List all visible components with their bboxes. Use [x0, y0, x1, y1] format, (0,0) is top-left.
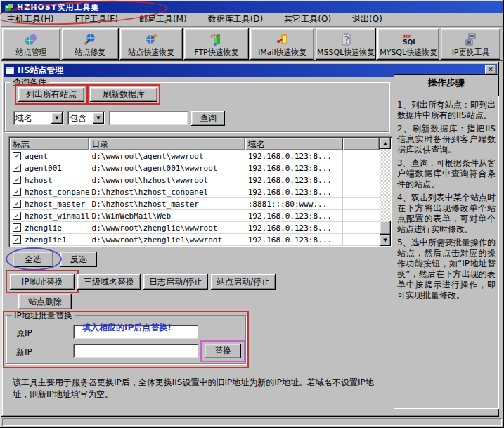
- site-domain-cell: 192.168.0.123:8...: [245, 150, 343, 162]
- site-dir-cell: d:\wwwroot\hzhost\wwwroot: [89, 174, 245, 186]
- svg-text:SQL: SQL: [403, 39, 415, 46]
- toolbar-button-ftp-restore[interactable]: FTP FTP快速恢复: [184, 28, 250, 60]
- dialog-title: IIS站点管理: [18, 65, 64, 77]
- site-extra-cell: [343, 150, 380, 162]
- toolbar-button-imail-restore[interactable]: IMail快速恢复: [250, 28, 314, 60]
- site-flag-cell: ✓hzhost: [10, 174, 89, 186]
- menu-bar: 主机工具(H) FTP工具(F) 邮局工具(M) 数据库工具(D) 其它工具(O…: [1, 13, 503, 27]
- site-domain-cell: 192.168.0.123:8...: [245, 234, 343, 246]
- site-toggle-button[interactable]: 站点启动/停止: [211, 274, 276, 290]
- refresh-db-button[interactable]: 刷新数据库: [90, 87, 157, 102]
- table-row[interactable]: ✓hzhost_master D:\hzhost\hzhost_master :…: [10, 198, 380, 210]
- field-select[interactable]: 域名 ▼: [13, 111, 64, 125]
- row-checkbox[interactable]: ✓: [13, 188, 21, 196]
- site-flag-cell: ✓hzhost_master: [10, 198, 89, 210]
- imail-restore-icon: [275, 32, 290, 47]
- toolbar-button-site-repair[interactable]: 站点修复: [62, 28, 119, 60]
- site-name: zhenglie: [25, 223, 62, 233]
- toolbar-button-label: 站点管理: [15, 47, 46, 58]
- site-name: agent001: [25, 164, 62, 173]
- ip-replace-group-label: IP地址批量替换: [12, 310, 75, 322]
- header-domain[interactable]: 域名: [245, 138, 343, 150]
- site-extra-cell: [343, 210, 380, 222]
- table-scrollbar[interactable]: ▲ ▼: [380, 138, 391, 246]
- log-toggle-button[interactable]: 日志启动/停止: [143, 274, 208, 290]
- scroll-down-icon[interactable]: ▼: [380, 235, 391, 246]
- toolbar-button-site-manage[interactable]: 站点管理: [2, 28, 60, 60]
- site-delete-button[interactable]: 站点删除: [18, 294, 72, 309]
- site-flag-cell: ✓agent: [10, 150, 89, 162]
- menu-ftp-tools[interactable]: FTP工具(F): [69, 12, 124, 27]
- toolbar-button-mysql-restore[interactable]: MYSQL MYSQL快速恢复: [377, 28, 439, 60]
- site-dir-cell: d:\wwwroot\agent\wwwroot: [89, 150, 245, 162]
- table-row[interactable]: ✓hzhost_conpanel D:\hzhost\hzhost_conpan…: [10, 186, 380, 198]
- ftp-restore-icon: FTP: [209, 32, 224, 47]
- toolbar-button-site-restore[interactable]: 站点快速恢复: [120, 28, 183, 60]
- table-header-row: 标志 目录 域名: [10, 138, 380, 150]
- toolbar-button-label: FTP快速恢复: [194, 47, 239, 58]
- row-checkbox[interactable]: ✓: [13, 176, 21, 184]
- table-row[interactable]: ✓hzhost d:\wwwroot\hzhost\wwwroot 192.16…: [10, 174, 380, 186]
- replace-button[interactable]: 替换: [205, 344, 241, 358]
- header-extra[interactable]: [343, 138, 380, 150]
- header-dir[interactable]: 目录: [89, 138, 245, 150]
- scrollbar-thumb[interactable]: [380, 221, 391, 235]
- select-all-button[interactable]: 全选: [13, 252, 53, 267]
- chevron-down-icon[interactable]: ▼: [51, 112, 63, 124]
- check-icon: ✓: [15, 236, 20, 243]
- ip-replace-button[interactable]: IP地址替换: [10, 274, 75, 290]
- list-all-sites-button[interactable]: 列出所有站点: [18, 87, 84, 102]
- site-extra-cell: [343, 186, 380, 198]
- site-domain-cell: 192.168.0.123:8...: [245, 174, 343, 186]
- toolbar: 站点管理 站点修复 站点快速恢复 FTP FTP快速恢复 IMail快速恢复: [1, 27, 503, 61]
- row-checkbox[interactable]: ✓: [13, 200, 21, 208]
- site-name: hzhost_conpanel: [25, 188, 89, 197]
- new-ip-input[interactable]: [73, 344, 198, 358]
- table-row[interactable]: ✓agent d:\wwwroot\agent\wwwroot 192.168.…: [10, 150, 380, 162]
- close-icon[interactable]: ✕: [485, 65, 496, 74]
- menu-other-tools[interactable]: 其它工具(O): [278, 12, 337, 27]
- row-checkbox[interactable]: ✓: [13, 223, 21, 232]
- site-dir-cell: d:\wwwroot\zhenglie\wwwroot: [89, 222, 245, 234]
- table-row[interactable]: ✓hzhost_winmail D:\WinWebMail\Web 192.16…: [10, 210, 380, 222]
- site-flag-cell: ✓zhenglie: [10, 222, 89, 234]
- sites-table-body: 标志 目录 域名 ✓agent d:\wwwroot\agent\wwwroot…: [10, 138, 380, 246]
- row-checkbox[interactable]: ✓: [13, 212, 21, 220]
- row-checkbox[interactable]: ✓: [13, 152, 21, 160]
- ip-change-icon: [463, 32, 479, 47]
- site-extra-cell: [343, 198, 380, 210]
- chevron-down-icon[interactable]: ▼: [93, 112, 104, 124]
- table-row[interactable]: ✓agent001 d:\wwwroot\agent001\wwwroot 19…: [10, 162, 380, 174]
- toolbar-button-label: MSSQL快速恢复: [317, 47, 375, 58]
- scroll-up-icon[interactable]: ▲: [380, 138, 391, 149]
- row-checkbox[interactable]: ✓: [13, 164, 21, 172]
- table-row[interactable]: ✓zhenglie d:\wwwroot\zhenglie\wwwroot 19…: [10, 222, 380, 234]
- row-checkbox[interactable]: ✓: [13, 235, 21, 244]
- toolbar-button-mssql-restore[interactable]: MSSQL快速恢复: [316, 28, 376, 60]
- subdomain-replace-button[interactable]: 三级域名替换: [77, 274, 141, 290]
- site-domain-cell: 192.168.0.123:8...: [245, 186, 343, 198]
- site-domain-cell: 192.168.0.123:8...: [245, 162, 343, 174]
- operator-select[interactable]: 包含 ▼: [67, 111, 105, 125]
- menu-db-tools[interactable]: 数据库工具(D): [202, 12, 269, 27]
- step-item: 2、刷新数据库：指把IIS信息实时备份到客户端数据库以供查询。: [397, 124, 496, 155]
- header-flag[interactable]: 标志: [10, 138, 89, 150]
- query-group: 查询条件 列出所有站点 刷新数据库 域名 ▼ 包含 ▼ 查询: [4, 82, 389, 132]
- query-button[interactable]: 查询: [191, 111, 225, 126]
- toolbar-button-ip-change[interactable]: IP更换工具: [441, 28, 500, 60]
- check-icon: ✓: [15, 153, 20, 160]
- menu-host-tools[interactable]: 主机工具(H): [1, 12, 59, 27]
- menu-mail-tools[interactable]: 邮局工具(M): [134, 12, 193, 27]
- app-titlebar[interactable]: HZHOST实用工具集: [1, 1, 503, 13]
- site-flag-cell: ✓hzhost_winmail: [10, 210, 89, 222]
- menu-exit[interactable]: 退出(Q): [347, 12, 388, 27]
- table-row[interactable]: ✓zhenglie1 d:\wwwroot\zhenglie1\wwwroot …: [10, 234, 380, 246]
- site-dir-cell: d:\wwwroot\agent001\wwwroot: [89, 162, 245, 174]
- mssql-restore-icon: [338, 32, 354, 47]
- site-flag-cell: ✓zhenglie1: [10, 234, 89, 246]
- step-item: 5、选中所需要批量操作的站点，然后点击对应的操作功能按钮，如“IP地址替换”，然…: [397, 238, 496, 301]
- invert-selection-button[interactable]: 反选: [60, 252, 97, 267]
- old-ip-input[interactable]: [73, 325, 198, 339]
- query-input[interactable]: [109, 111, 188, 125]
- sites-table: 标志 目录 域名 ✓agent d:\wwwroot\agent\wwwroot…: [8, 136, 392, 247]
